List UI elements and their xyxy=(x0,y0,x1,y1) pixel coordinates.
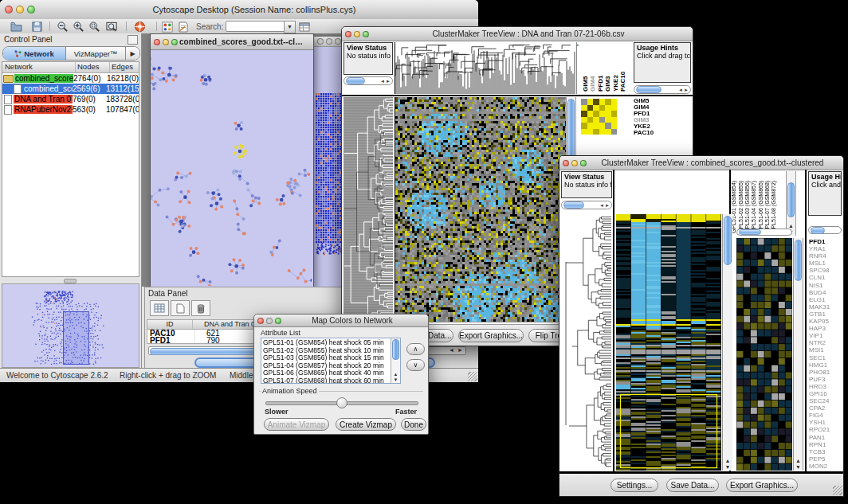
close-icon[interactable] xyxy=(317,38,324,45)
gene-label[interactable]: GTB1 xyxy=(807,311,842,318)
gene-label[interactable]: MSL1 xyxy=(807,260,842,267)
gene-label[interactable]: NIS1 xyxy=(807,282,842,289)
zoom-matrix-cell[interactable] xyxy=(611,99,618,105)
zoom-matrix-cell[interactable] xyxy=(581,129,587,135)
minimize-icon[interactable] xyxy=(571,160,578,166)
open-file-icon[interactable] xyxy=(10,21,22,33)
zoom-matrix-cell[interactable] xyxy=(581,105,587,111)
usage-hints-scrollbar[interactable] xyxy=(808,226,842,234)
speed-slider-thumb[interactable] xyxy=(336,397,347,408)
scroll-down-icon[interactable]: ▼ xyxy=(723,464,732,471)
search-input[interactable] xyxy=(226,21,285,32)
column-label[interactable]: GPL51-01 (GSM854) xyxy=(732,181,737,233)
select-attributes-icon[interactable] xyxy=(150,300,169,316)
column-label[interactable]: GIM4 xyxy=(590,76,596,92)
float-panel-icon[interactable] xyxy=(128,35,138,45)
zoom-heatmap-canvas[interactable] xyxy=(736,238,792,471)
network-view-canvas[interactable] xyxy=(151,49,312,286)
zoom-window-icon[interactable] xyxy=(27,6,35,14)
gene-label[interactable]: PUF3 xyxy=(807,376,842,383)
zoom-matrix-cell[interactable] xyxy=(581,111,587,117)
zoom-window-icon[interactable] xyxy=(363,31,369,37)
export-graphics-button[interactable]: Export Graphics... xyxy=(726,479,798,492)
treeview2-title-bar[interactable]: ClusterMaker TreeView : combined_scores_… xyxy=(559,156,843,170)
heatmap-vscrollbar[interactable]: ▲▼ xyxy=(722,214,732,471)
zoom-fit-icon[interactable] xyxy=(105,21,118,33)
zoom-matrix-cell[interactable] xyxy=(611,117,618,123)
zoom-matrix-cell[interactable] xyxy=(581,123,587,129)
window-resize-grip[interactable] xyxy=(468,372,477,381)
zoom-matrix-cell[interactable] xyxy=(581,99,587,105)
column-label[interactable]: YKE2 xyxy=(613,75,619,92)
zoom-matrix-cell[interactable] xyxy=(605,111,611,117)
new-attribute-icon[interactable] xyxy=(171,300,190,316)
gene-label[interactable]: HRD3 xyxy=(807,383,842,390)
gene-label[interactable]: VIP1 xyxy=(807,332,842,339)
scroll-down-icon[interactable]: ▼ xyxy=(794,464,803,471)
minimize-icon[interactable] xyxy=(326,38,332,45)
window-resize-grip[interactable] xyxy=(833,486,842,495)
gene-label[interactable]: TCB3 xyxy=(807,448,842,455)
usage-hints-scrollbar[interactable]: ◄► xyxy=(634,85,691,94)
network-overview-canvas[interactable] xyxy=(2,284,139,367)
zoom-matrix-cell[interactable] xyxy=(605,99,611,105)
column-label[interactable]: GIM3 xyxy=(605,76,611,92)
column-label[interactable]: GPL51-04 (GSM857) xyxy=(751,181,757,233)
network-tree-row[interactable]: combined_sco2569(6)13112(15) xyxy=(2,84,139,94)
zoom-matrix-cell[interactable] xyxy=(611,111,618,117)
tab-vizmapper[interactable]: VizMapper™ xyxy=(66,47,126,60)
column-label[interactable]: GPL51-08 (GSM872) xyxy=(771,181,777,233)
zoom-matrix-cell[interactable] xyxy=(593,129,599,135)
gene-label[interactable]: GPI16 xyxy=(807,390,842,397)
scroll-right-icon[interactable]: ► xyxy=(457,347,463,353)
gene-label[interactable]: YRA1 xyxy=(807,245,842,252)
zoom-selected-icon[interactable] xyxy=(88,21,100,33)
zoom-matrix-cell[interactable] xyxy=(593,111,599,117)
network-overview-panel[interactable] xyxy=(2,283,139,368)
scroll-right-icon[interactable]: ► xyxy=(684,88,689,92)
row-dendrogram-canvas[interactable] xyxy=(561,214,612,471)
scroll-up-icon[interactable]: ▲ xyxy=(391,372,400,377)
gene-label[interactable]: NTR2 xyxy=(807,339,842,346)
zoom-heatmap-matrix[interactable] xyxy=(581,99,617,135)
done-button[interactable]: Done xyxy=(401,418,426,431)
gene-label[interactable]: CPA2 xyxy=(807,404,842,412)
close-icon[interactable] xyxy=(345,31,351,37)
zoom-in-icon[interactable] xyxy=(72,21,84,33)
zoom-matrix-cell[interactable] xyxy=(605,117,611,123)
col-header-nodes[interactable]: Nodes xyxy=(76,62,110,72)
treeview1-title-bar[interactable]: ClusterMaker TreeView : DNA and Tran 07-… xyxy=(342,27,693,41)
list-vscrollbar[interactable]: ▲▼ xyxy=(391,338,400,383)
row-dendrogram-canvas[interactable] xyxy=(344,97,393,322)
animate-vizmap-button[interactable]: Animate Vizmap xyxy=(264,418,329,431)
col-header-edges[interactable]: Edges xyxy=(110,62,139,72)
minimize-icon[interactable] xyxy=(354,31,360,37)
gene-label[interactable]: PAN1 xyxy=(807,434,842,441)
zoom-matrix-cell[interactable] xyxy=(593,99,599,105)
scroll-right-icon[interactable]: ► xyxy=(605,203,610,208)
vscroll-thumb[interactable] xyxy=(392,339,399,360)
attribute-list[interactable]: GPL51-01 (GSM854) heat shock 05 minGPL51… xyxy=(261,338,401,384)
zoom-matrix-cell[interactable] xyxy=(599,99,606,105)
scroll-down-icon[interactable]: ▼ xyxy=(391,377,400,383)
zoom-matrix-cell[interactable] xyxy=(605,129,611,135)
zoom-matrix-cell[interactable] xyxy=(599,129,606,135)
annotation-icon[interactable] xyxy=(177,21,190,33)
gene-label[interactable]: RPO21 xyxy=(807,426,842,433)
zoom-matrix-cell[interactable] xyxy=(611,105,618,111)
zoom-out-icon[interactable] xyxy=(56,21,69,33)
search-dropdown-icon[interactable]: ▼ xyxy=(284,21,296,33)
dialog-title-bar[interactable]: Map Colors to Network xyxy=(254,315,428,327)
column-label[interactable]: PAC10 xyxy=(620,72,626,92)
gene-label[interactable]: PEP5 xyxy=(807,455,842,463)
column-label[interactable]: GIM5 xyxy=(583,76,589,92)
column-dendrogram-canvas[interactable] xyxy=(395,42,576,94)
main-title-bar[interactable]: Cytoscape Desktop (Session Name: collins… xyxy=(0,0,478,20)
gene-label[interactable]: BUD4 xyxy=(807,289,842,296)
attribute-browser-icon[interactable] xyxy=(298,21,311,33)
network-view-window[interactable]: combined_scores_good.txt--cluste... xyxy=(150,33,314,287)
gene-label[interactable]: FIG4 xyxy=(807,412,842,419)
gene-label[interactable]: SEC1 xyxy=(807,354,842,361)
move-down-button[interactable]: ∨ xyxy=(406,359,425,371)
gene-label[interactable]: ELG1 xyxy=(807,296,842,303)
